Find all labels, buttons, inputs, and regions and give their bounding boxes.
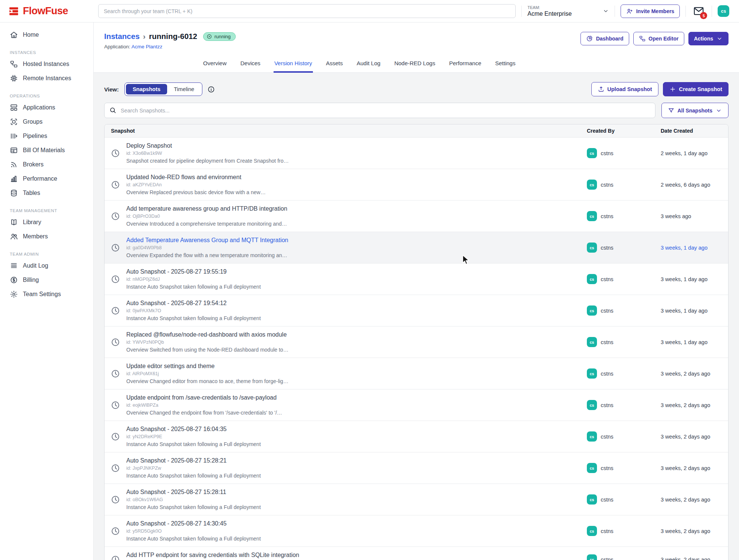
snapshot-filter-dropdown[interactable]: All Snapshots [661,103,729,118]
created-by-name: cstns [601,371,613,377]
sidebar-item-audit-log[interactable]: Audit Log [0,259,93,273]
table-row[interactable]: Update editor settings and themeid: AlRP… [105,358,728,389]
snapshot-title[interactable]: Auto Snapshot - 2025-08-27 16:04:35 [126,426,261,433]
sidebar-item-performance[interactable]: Performance [0,172,93,186]
status-badge: running [203,32,235,41]
actions-button[interactable]: Actions [688,32,729,45]
tab-assets[interactable]: Assets [325,57,344,73]
application-link[interactable]: Acme Plantzz [132,44,163,49]
sidebar-item-label: Groups [23,118,42,125]
clock-icon [111,432,120,442]
table-row[interactable]: Update endpoint from /save-credentials t… [105,389,728,421]
tab-node-red-logs[interactable]: Node-RED Logs [393,57,436,73]
sidebar-item-members[interactable]: Members [0,229,93,244]
sidebar-item-hosted-instances[interactable]: Hosted Instances [0,57,93,71]
snapshot-title[interactable]: Update editor settings and theme [126,363,289,370]
dashboard-button[interactable]: Dashboard [580,32,629,45]
created-by-cell: cscstns [587,554,661,560]
view-toggle-snapshots[interactable]: Snapshots [126,84,167,94]
created-by-name: cstns [601,308,613,314]
snapshot-description: Instance Auto Snapshot taken following a… [126,315,261,321]
clock-icon [111,463,120,473]
table-row[interactable]: Auto Snapshot - 2025-08-27 15:28:21id: J… [105,452,728,484]
notifications-button[interactable]: 5 [693,5,705,17]
table-row[interactable]: Auto Snapshot - 2025-08-27 19:54:12id: 0… [105,295,728,326]
snapshot-id: id: yN2DReKP9E [126,434,261,439]
snapshot-title[interactable]: Auto Snapshot - 2025-08-27 15:28:11 [126,489,261,496]
snapshot-filter-label: All Snapshots [678,108,712,114]
table-row[interactable]: Auto Snapshot - 2025-08-27 16:04:35id: y… [105,421,728,452]
dashboard-label: Dashboard [596,36,623,42]
sidebar-item-tables[interactable]: Tables [0,186,93,200]
sidebar-item-label: Team Settings [23,291,61,298]
snapshot-title[interactable]: Updated Node-RED flows and environment [126,174,266,181]
table-row[interactable]: Add HTTP endpoint for saving credentials… [105,547,728,560]
user-avatar[interactable]: cs [718,5,729,17]
sidebar-item-remote-instances[interactable]: Remote Instances [0,71,93,85]
breadcrumb: Instances › running-6012 running [104,32,236,41]
snapshot-title[interactable]: Auto Snapshot - 2025-08-27 19:55:19 [126,268,261,275]
divider [615,6,615,17]
snapshot-title[interactable]: Auto Snapshot - 2025-08-27 15:28:21 [126,457,261,464]
tab-overview[interactable]: Overview [202,57,227,73]
date-created: 3 weeks, 2 days ago [661,371,728,377]
header-actions: Dashboard Open Editor Actions [580,32,729,45]
tab-version-history[interactable]: Version History [274,57,313,73]
open-editor-button[interactable]: Open Editor [633,32,684,45]
table-row[interactable]: Replaced @flowfuse/node-red-dashboard wi… [105,326,728,358]
sidebar-item-label: Pipelines [23,133,47,139]
tab-audit-log[interactable]: Audit Log [356,57,381,73]
table-row[interactable]: Auto Snapshot - 2025-08-27 14:30:45id: y… [105,515,728,547]
invite-members-button[interactable]: Invite Members [621,4,680,18]
team-selector[interactable]: TEAM: Acme Enterprise [527,5,609,17]
clock-icon [111,400,120,410]
sidebar-item-bill-of-materials[interactable]: Bill Of Materials [0,143,93,157]
table-row[interactable]: Auto Snapshot - 2025-08-27 19:55:19id: n… [105,263,728,295]
table-row[interactable]: Auto Snapshot - 2025-08-27 15:28:11id: o… [105,484,728,515]
sidebar-item-library[interactable]: Library [0,215,93,229]
snapshot-title[interactable]: Deploy Snapshot [126,142,289,149]
sidebar-item-label: Performance [23,175,57,182]
snapshot-search-input[interactable] [104,103,655,118]
sidebar-item-applications[interactable]: Applications [0,100,93,115]
tab-devices[interactable]: Devices [240,57,261,73]
info-icon[interactable] [207,85,215,93]
team-name: Acme Enterprise [527,10,571,17]
brokers-icon [10,160,18,169]
tab-performance[interactable]: Performance [448,57,482,73]
sidebar-item-pipelines[interactable]: Pipelines [0,129,93,143]
created-by-cell: cscstns [587,368,661,379]
tab-settings[interactable]: Settings [494,57,516,73]
table-row[interactable]: Updated Node-RED flows and environmentid… [105,169,728,200]
table-row[interactable]: Add temperature awareness group and HTTP… [105,200,728,232]
snapshot-title[interactable]: Auto Snapshot - 2025-08-27 14:30:45 [126,520,261,527]
snapshot-title[interactable]: Replaced @flowfuse/node-red-dashboard wi… [126,331,289,338]
create-snapshot-button[interactable]: Create Snapshot [663,82,729,96]
date-created: 2 weeks, 1 day ago [661,150,728,156]
snapshot-title[interactable]: Add HTTP endpoint for saving credentials… [126,552,299,559]
snapshot-id: id: nMGP0jZ6dJ [126,277,261,282]
upload-snapshot-button[interactable]: Upload Snapshot [591,82,658,96]
view-toggle-timeline[interactable]: Timeline [167,84,201,94]
clock-icon [111,369,120,379]
avatar: cs [587,400,597,410]
sidebar-item-team-settings[interactable]: Team Settings [0,287,93,301]
sidebar-item-groups[interactable]: Groups [0,115,93,129]
bill-of-materials-icon [10,146,18,154]
table-row[interactable]: Deploy Snapshotid: X3o6Bw1k9WSnapshot cr… [105,138,728,169]
snapshot-description: Overview Switched from using the Node-RE… [126,347,289,353]
snapshot-title[interactable]: Update endpoint from /save-credentials t… [126,394,282,401]
breadcrumb-instances-link[interactable]: Instances [104,32,140,41]
global-search-input[interactable] [98,4,516,18]
snapshot-title[interactable]: Auto Snapshot - 2025-08-27 19:54:12 [126,300,261,307]
remote-instances-icon [10,74,18,82]
snapshot-title[interactable]: Added Temperature Awareness Group and MQ… [126,237,288,244]
flowfuse-logo[interactable]: FlowFuse [0,5,94,17]
clock-icon [111,180,120,190]
sidebar-item-home[interactable]: Home [0,28,93,42]
table-row[interactable]: Added Temperature Awareness Group and MQ… [105,232,728,263]
snapshot-title[interactable]: Add temperature awareness group and HTTP… [126,205,287,212]
clock-icon [111,148,120,158]
sidebar-item-billing[interactable]: Billing [0,273,93,287]
sidebar-item-brokers[interactable]: Brokers [0,157,93,172]
